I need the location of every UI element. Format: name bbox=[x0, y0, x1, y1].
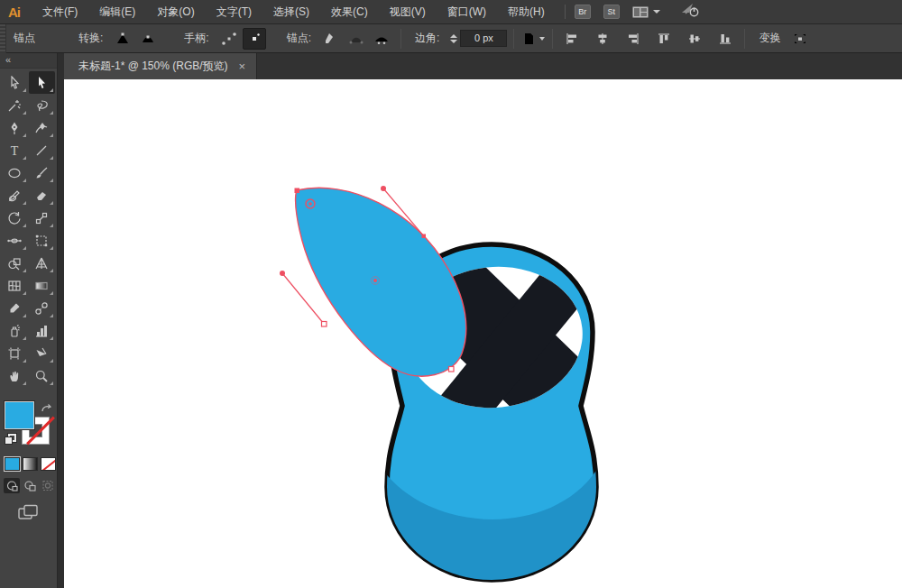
draw-inside-button[interactable] bbox=[40, 478, 56, 493]
align-right-button[interactable] bbox=[621, 28, 645, 50]
pen-minus-icon bbox=[323, 32, 339, 46]
document-area: 未标题-1* @ 150% (RGB/预览) × bbox=[64, 53, 902, 588]
gradient-fill-button[interactable] bbox=[23, 457, 38, 471]
width-icon bbox=[7, 234, 22, 248]
toolbar-column: « T bbox=[0, 53, 64, 588]
handle-end-point bbox=[381, 186, 386, 191]
menu-help[interactable]: 帮助(H) bbox=[497, 0, 556, 24]
draw-normal-icon bbox=[5, 480, 18, 492]
menu-window[interactable]: 窗口(W) bbox=[437, 0, 497, 24]
align-left-button[interactable] bbox=[560, 28, 584, 50]
align-bottom-icon bbox=[718, 32, 732, 46]
anchor-point-hollow bbox=[449, 367, 455, 372]
show-handles-button[interactable] bbox=[217, 28, 241, 50]
smooth-point-icon bbox=[140, 32, 156, 46]
panel-grip[interactable] bbox=[0, 24, 6, 53]
fill-swatch[interactable] bbox=[5, 401, 34, 429]
align-top-button[interactable] bbox=[652, 28, 676, 50]
column-graph-tool[interactable] bbox=[29, 319, 55, 342]
svg-text:T: T bbox=[11, 144, 19, 158]
direct-selection-arrow-icon bbox=[34, 76, 49, 90]
control-divider bbox=[513, 29, 514, 49]
menu-file[interactable]: 文件(F) bbox=[32, 0, 88, 24]
workspace-layout-icon[interactable] bbox=[632, 6, 649, 18]
share-power-icon[interactable] bbox=[680, 2, 700, 22]
shape-builder-tool[interactable] bbox=[2, 252, 28, 274]
direct-selection-tool[interactable] bbox=[29, 71, 55, 94]
menu-view[interactable]: 视图(V) bbox=[379, 0, 437, 24]
corner-stepper[interactable] bbox=[450, 34, 457, 43]
isolate-selection-button[interactable] bbox=[788, 28, 812, 50]
draw-normal-button[interactable] bbox=[4, 478, 20, 493]
transform-button[interactable]: 变换 bbox=[751, 31, 787, 46]
gradient-icon bbox=[34, 279, 49, 293]
selection-arrow-icon bbox=[7, 76, 22, 90]
color-fill-button[interactable] bbox=[5, 457, 20, 471]
connect-path-button[interactable] bbox=[345, 28, 368, 50]
collapse-panel-button[interactable]: « bbox=[0, 53, 57, 69]
draw-behind-icon bbox=[23, 480, 36, 492]
artboard-tool[interactable] bbox=[2, 342, 28, 364]
corner-value-field[interactable]: 0 px bbox=[460, 30, 507, 47]
draw-mode-row bbox=[0, 471, 57, 493]
zoom-tool[interactable] bbox=[29, 364, 55, 387]
tab-close-icon[interactable]: × bbox=[239, 60, 246, 73]
line-segment-tool[interactable] bbox=[29, 139, 55, 161]
menu-select[interactable]: 选择(S) bbox=[262, 0, 320, 24]
type-icon: T bbox=[7, 143, 22, 158]
stock-button[interactable]: St bbox=[603, 5, 620, 19]
screen-mode-button[interactable] bbox=[18, 504, 57, 524]
curvature-tool[interactable] bbox=[29, 116, 55, 139]
document-tab-title: 未标题-1* @ 150% (RGB/预览) bbox=[78, 59, 228, 74]
canvas-artboard[interactable] bbox=[64, 79, 902, 588]
pen-tool[interactable] bbox=[2, 116, 28, 139]
convert-to-corner-button[interactable] bbox=[111, 28, 134, 50]
magic-wand-tool[interactable] bbox=[2, 94, 28, 116]
document-tab[interactable]: 未标题-1* @ 150% (RGB/预览) × bbox=[64, 53, 257, 79]
artboard-icon bbox=[7, 346, 22, 361]
perspective-grid-tool[interactable] bbox=[29, 252, 55, 274]
perspective-grid-icon bbox=[34, 256, 49, 271]
slice-knife-icon bbox=[34, 346, 49, 361]
mesh-tool[interactable] bbox=[2, 274, 28, 297]
none-fill-button[interactable] bbox=[41, 457, 56, 471]
eyedropper-tool[interactable] bbox=[2, 297, 28, 319]
gradient-tool[interactable] bbox=[29, 274, 55, 297]
convert-to-smooth-button[interactable] bbox=[136, 28, 160, 50]
document-icon bbox=[522, 32, 537, 46]
menu-effect[interactable]: 效果(C) bbox=[320, 0, 379, 24]
align-h-center-button[interactable] bbox=[591, 28, 614, 50]
pencil-tool[interactable] bbox=[2, 184, 28, 207]
width-tool[interactable] bbox=[2, 229, 28, 252]
default-fill-stroke-icon[interactable] bbox=[5, 434, 16, 446]
menu-object[interactable]: 对象(O) bbox=[146, 0, 205, 24]
ellipse-tool[interactable] bbox=[2, 161, 28, 184]
draw-behind-button[interactable] bbox=[22, 478, 38, 493]
leaf-shape[interactable] bbox=[296, 188, 466, 376]
bridge-button[interactable]: Br bbox=[575, 5, 591, 19]
hand-tool[interactable] bbox=[2, 364, 28, 387]
control-bar: 锚点 转换: 手柄: 锚点: 边角: 0 px bbox=[0, 24, 902, 53]
symbol-sprayer-tool[interactable] bbox=[2, 319, 28, 342]
type-tool[interactable]: T bbox=[2, 139, 28, 161]
eraser-tool[interactable] bbox=[29, 184, 55, 207]
selection-tool[interactable] bbox=[2, 71, 28, 94]
remove-anchor-button[interactable] bbox=[319, 28, 343, 50]
free-transform-tool[interactable] bbox=[29, 229, 55, 252]
lasso-tool[interactable] bbox=[29, 94, 55, 116]
swap-fill-stroke-icon[interactable] bbox=[40, 401, 52, 418]
align-v-center-button[interactable] bbox=[683, 28, 706, 50]
slice-tool[interactable] bbox=[29, 342, 55, 364]
blend-tool[interactable] bbox=[29, 297, 55, 319]
cut-path-button[interactable] bbox=[370, 28, 393, 50]
menu-edit[interactable]: 编辑(E) bbox=[88, 0, 146, 24]
select-similar-dropdown[interactable] bbox=[521, 28, 545, 50]
rotate-tool[interactable] bbox=[2, 207, 28, 229]
scale-tool[interactable] bbox=[29, 207, 55, 229]
corner-point-icon bbox=[115, 32, 131, 46]
align-bottom-button[interactable] bbox=[713, 28, 737, 50]
paintbrush-tool[interactable] bbox=[29, 161, 55, 184]
hide-handles-button[interactable] bbox=[243, 28, 266, 50]
workspace-chevron-down-icon[interactable] bbox=[653, 10, 660, 14]
menu-type[interactable]: 文字(T) bbox=[206, 0, 262, 24]
